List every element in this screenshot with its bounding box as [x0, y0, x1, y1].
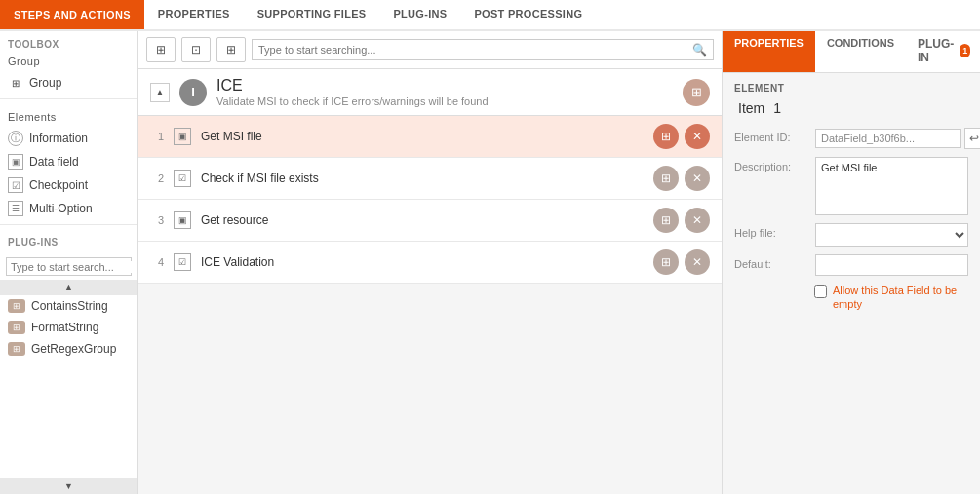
plugin-icon-format: ⊞	[8, 321, 25, 334]
tab-plug-ins[interactable]: PLUG-INS	[379, 0, 460, 29]
run-icon-1: ⊞	[661, 130, 671, 143]
element-id-input[interactable]	[815, 129, 961, 148]
table-row[interactable]: 1 ▣ Get MSI file ⊞ ✕	[138, 116, 722, 158]
help-file-row: Help file:	[734, 223, 968, 247]
toolbar-btn-2[interactable]: ⊡	[181, 37, 211, 62]
ice-info: ICE Validate MSI to check if ICE errors/…	[216, 77, 489, 107]
step-num-3: 3	[150, 214, 164, 226]
help-file-container	[815, 223, 968, 247]
main-layout: TOOLBOX Group ⊞ Group Elements ⓘ Informa…	[0, 31, 980, 494]
sidebar-item-information[interactable]: ⓘ Information	[0, 127, 137, 150]
right-panel-content: ELEMENT Item 1 Element ID: ↩ ⧉	[723, 73, 980, 494]
search-magnifier-icon: 🔍	[692, 43, 707, 57]
plugin-tab-label: PLUG-IN	[918, 37, 957, 64]
step-actions-3: ⊞ ✕	[653, 208, 710, 233]
ice-settings-icon[interactable]: ⊞	[683, 79, 710, 106]
plugin-search-input[interactable]	[11, 261, 138, 273]
description-textarea[interactable]: Get MSI file	[815, 157, 968, 215]
checkpoint-label: Checkpoint	[29, 178, 88, 192]
run-icon-3: ⊞	[661, 213, 671, 227]
tab-post-processing[interactable]: POST PROCESSING	[460, 0, 596, 29]
plugin-item-contains-string[interactable]: ⊞ ContainsString	[0, 295, 136, 317]
ice-badge: I	[179, 79, 207, 106]
tab-plugin[interactable]: PLUG-IN 1	[906, 31, 980, 72]
ice-title: ICE	[216, 77, 489, 95]
item-label: Item	[738, 100, 764, 116]
tab-supporting-files[interactable]: SUPPORTING FILES	[244, 0, 380, 29]
step-delete-btn-4[interactable]: ✕	[685, 249, 710, 275]
table-row[interactable]: 3 ▣ Get resource ⊞ ✕	[138, 200, 722, 242]
elements-section-title: Elements	[0, 103, 137, 127]
plugins-section-title: PLUG-INS	[0, 229, 137, 251]
plugin-label-regex: GetRegexGroup	[31, 342, 116, 356]
plugin-item-get-regex[interactable]: ⊞ GetRegexGroup	[0, 338, 136, 360]
step-actions-4: ⊞ ✕	[653, 249, 710, 275]
steps-list: 1 ▣ Get MSI file ⊞ ✕ 2 ☑ Check if MSI fi…	[138, 116, 722, 494]
tab-conditions[interactable]: CONDITIONS	[815, 31, 906, 72]
plugin-label-format: FormatString	[31, 321, 98, 334]
scroll-up-btn[interactable]: ▲	[0, 280, 137, 295]
information-label: Information	[29, 132, 88, 145]
element-id-container: ↩ ⧉	[815, 128, 980, 149]
step-run-btn-4[interactable]: ⊞	[653, 249, 679, 275]
scroll-down-btn[interactable]: ▼	[0, 478, 137, 494]
plugin-tab-badge: 1	[960, 44, 970, 57]
tab-steps-and-actions[interactable]: STEPS AND ACTIONS	[0, 0, 144, 29]
step-label-2: Check if MSI file exists	[201, 171, 644, 185]
description-label: Description:	[734, 157, 807, 172]
checkbox-row: Allow this Data Field to be empty	[734, 284, 968, 312]
tab-properties-right[interactable]: PROPERTIES	[723, 31, 815, 72]
sidebar-item-checkpoint[interactable]: ☑ Checkpoint	[0, 173, 137, 197]
center-content: ⊞ ⊡ ⊞ 🔍 ▲ I ICE Validate MSI to check if…	[138, 31, 722, 494]
element-section-title: ELEMENT	[734, 83, 968, 94]
data-field-label: Data field	[29, 155, 79, 169]
description-row: Description: Get MSI file	[734, 157, 968, 215]
search-input[interactable]	[258, 44, 688, 56]
step-delete-btn-1[interactable]: ✕	[685, 124, 710, 149]
step-run-btn-3[interactable]: ⊞	[653, 208, 679, 233]
element-id-row: Element ID: ↩ ⧉	[734, 128, 968, 149]
step-delete-btn-2[interactable]: ✕	[685, 166, 710, 191]
step-num-4: 4	[150, 256, 164, 268]
collapse-btn[interactable]: ▲	[150, 83, 170, 102]
plugin-icon-regex: ⊞	[8, 342, 25, 356]
multi-option-label: Multi-Option	[29, 202, 93, 215]
plugin-list-container: ▲ ⊞ ContainsString ⊞ FormatString ⊞ GetR…	[0, 280, 137, 494]
default-label: Default:	[734, 254, 807, 270]
default-input[interactable]	[815, 254, 968, 276]
help-file-select[interactable]	[815, 223, 968, 247]
step-run-btn-1[interactable]: ⊞	[653, 124, 679, 149]
toolbar-btn-3[interactable]: ⊞	[216, 37, 246, 62]
plugin-icon-contains: ⊞	[8, 299, 25, 313]
grid-icon-2: ⊡	[191, 43, 201, 57]
delete-icon-1: ✕	[692, 130, 702, 143]
group-section-title: Group	[0, 54, 137, 71]
item-num: 1	[773, 100, 781, 116]
grid-icon-3: ⊞	[226, 43, 236, 57]
step-label-4: ICE Validation	[201, 255, 644, 269]
help-file-label: Help file:	[734, 223, 807, 239]
step-type-icon-1: ▣	[174, 128, 191, 145]
empty-checkbox[interactable]	[814, 285, 827, 298]
table-row[interactable]: 4 ☑ ICE Validation ⊞ ✕	[138, 242, 722, 284]
step-type-icon-3: ▣	[174, 211, 191, 229]
step-run-btn-2[interactable]: ⊞	[653, 166, 679, 191]
step-num-1: 1	[150, 131, 164, 142]
step-label-3: Get resource	[201, 213, 644, 227]
toolbar-btn-1[interactable]: ⊞	[146, 37, 176, 62]
grid-icon-1: ⊞	[156, 43, 166, 57]
tab-properties[interactable]: PROPERTIES	[144, 0, 244, 29]
sidebar: TOOLBOX Group ⊞ Group Elements ⓘ Informa…	[0, 31, 138, 494]
element-id-btn-revert[interactable]: ↩	[964, 128, 980, 149]
step-label-1: Get MSI file	[201, 130, 644, 143]
sidebar-item-data-field[interactable]: ▣ Data field	[0, 150, 137, 173]
step-num-2: 2	[150, 172, 164, 184]
sidebar-item-group[interactable]: ⊞ Group	[0, 71, 137, 95]
checkbox-label: Allow this Data Field to be empty	[833, 284, 968, 312]
multi-option-icon: ☰	[8, 201, 23, 216]
plugin-item-format-string[interactable]: ⊞ FormatString	[0, 317, 136, 338]
table-row[interactable]: 2 ☑ Check if MSI file exists ⊞ ✕	[138, 158, 722, 200]
toolbox-title: TOOLBOX	[0, 31, 137, 54]
sidebar-item-multi-option[interactable]: ☰ Multi-Option	[0, 197, 137, 220]
step-delete-btn-3[interactable]: ✕	[685, 208, 710, 233]
